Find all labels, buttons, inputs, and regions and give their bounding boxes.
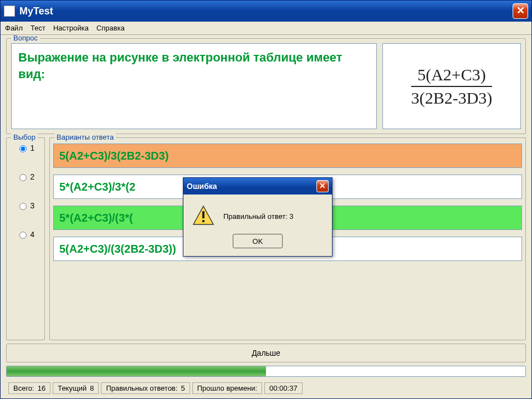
choice-4[interactable]: 4 xyxy=(17,230,35,239)
radio-3[interactable] xyxy=(19,203,27,210)
answer-1-text: 5(A2+C3)/3(2B2-3D3) xyxy=(59,150,168,162)
choice-1-number: 1 xyxy=(30,144,35,152)
answer-4-text: 5(A2+C3)/(3(2B2-3D3)) xyxy=(59,243,176,255)
choice-2-number: 2 xyxy=(30,172,35,181)
svg-rect-1 xyxy=(202,211,204,218)
warning-icon xyxy=(192,204,214,228)
error-dialog: Ошибка ✕ Правильный ответ: 3 OK xyxy=(183,177,332,257)
app-icon xyxy=(4,6,15,17)
answer-3-text: 5*(A2+C3)/(3*( xyxy=(59,212,133,224)
dialog-message: Правильный ответ: 3 xyxy=(223,212,294,221)
svg-rect-2 xyxy=(202,220,204,222)
question-text[interactable]: Выражение на рисунке в электронной табли… xyxy=(11,43,377,129)
choice-4-number: 4 xyxy=(30,230,35,239)
close-icon[interactable]: ✕ xyxy=(513,3,528,19)
choice-1[interactable]: 1 xyxy=(17,144,35,152)
status-total-value: 16 xyxy=(38,384,45,392)
status-elapsed-label: Прошло времени: xyxy=(197,384,257,392)
statusbar: Всего: 16 Текущий 8 Правильных ответов: … xyxy=(6,380,526,396)
status-total: Всего: 16 xyxy=(8,382,50,394)
titlebar: MyTest ✕ xyxy=(1,1,531,22)
radio-4[interactable] xyxy=(19,232,27,239)
status-correct-label: Правильных ответов: xyxy=(106,384,177,392)
radio-2[interactable] xyxy=(19,174,27,181)
status-current-value: 8 xyxy=(90,384,94,392)
status-current-label: Текущий xyxy=(58,384,86,392)
answer-1[interactable]: 5(A2+C3)/3(2B2-3D3) xyxy=(53,144,522,168)
dialog-titlebar: Ошибка ✕ xyxy=(183,178,332,195)
status-elapsed-value: 00:00:37 xyxy=(269,384,298,392)
question-group: Вопрос Выражение на рисунке в электронно… xyxy=(6,38,526,134)
status-time: 00:00:37 xyxy=(264,382,303,394)
status-current: Текущий 8 xyxy=(53,382,99,394)
status-total-label: Всего: xyxy=(13,384,34,392)
radio-1[interactable] xyxy=(19,145,27,152)
status-elapsed: Прошло времени: xyxy=(192,382,262,394)
choice-label: Выбор xyxy=(11,133,38,141)
formula: 5(A2+C3) 3(2B2-3D3) xyxy=(411,65,493,108)
question-image: 5(A2+C3) 3(2B2-3D3) xyxy=(382,43,521,129)
choice-2[interactable]: 2 xyxy=(17,172,35,181)
main-window: MyTest ✕ Файл Тест Настройка Справка Воп… xyxy=(0,0,532,399)
menubar: Файл Тест Настройка Справка xyxy=(1,22,531,35)
answer-2-text: 5*(A2+C3)/3*(2 xyxy=(59,181,135,193)
dialog-ok-button[interactable]: OK xyxy=(233,234,283,248)
dialog-title-text: Ошибка xyxy=(187,182,316,191)
formula-numerator: 5(A2+C3) xyxy=(411,65,493,87)
answers-label: Варианты ответа xyxy=(54,133,116,141)
status-correct: Правильных ответов: 5 xyxy=(101,382,190,394)
progress-fill xyxy=(7,366,266,376)
next-button[interactable]: Дальше xyxy=(6,344,526,362)
choice-3-number: 3 xyxy=(30,201,35,210)
choice-group: Выбор 1 2 3 4 xyxy=(6,137,45,340)
menu-test[interactable]: Тест xyxy=(30,24,45,32)
status-correct-value: 5 xyxy=(181,384,185,392)
menu-help[interactable]: Справка xyxy=(96,24,125,32)
progress-bar xyxy=(6,366,526,377)
formula-denominator: 3(2B2-3D3) xyxy=(411,87,493,108)
dialog-close-icon[interactable]: ✕ xyxy=(316,180,329,192)
choice-3[interactable]: 3 xyxy=(17,201,35,210)
dialog-body: Правильный ответ: 3 xyxy=(183,195,332,234)
dialog-buttons: OK xyxy=(183,234,332,256)
window-title: MyTest xyxy=(19,6,513,17)
menu-file[interactable]: Файл xyxy=(5,24,23,32)
menu-settings[interactable]: Настройка xyxy=(53,24,89,32)
question-label: Вопрос xyxy=(11,35,40,42)
